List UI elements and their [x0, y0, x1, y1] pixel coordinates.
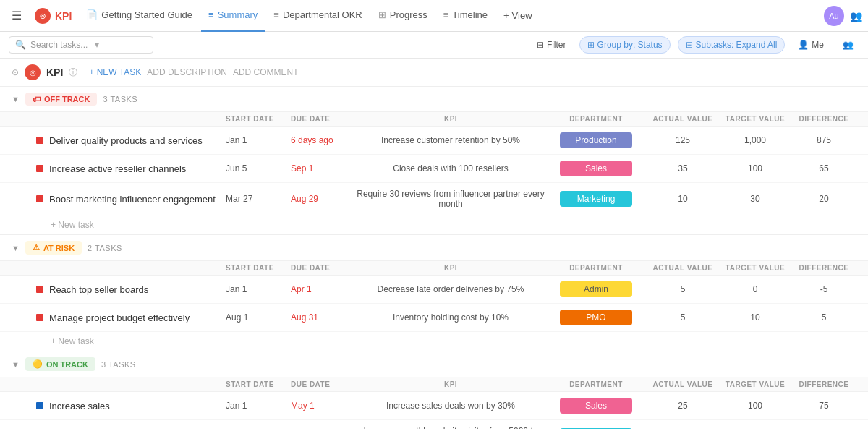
task-name-cell: Boost marketing influencer engagement [36, 194, 226, 205]
task-name-cell: Deliver quality products and services [36, 135, 226, 146]
main-content: ▼ 🏷 OFF TRACK 3 TASKS START DATE DUE DAT… [0, 87, 868, 429]
hamburger-icon[interactable]: ☰ [6, 6, 27, 25]
actual-value: 35 [647, 163, 719, 174]
table-row[interactable]: Deliver quality products and services Ja… [0, 127, 868, 155]
table-row[interactable]: Create new campaign identity Aug 1 Sep 1… [0, 420, 868, 429]
logo-text: KPI [55, 10, 72, 22]
users-icon: 👥 [843, 40, 854, 50]
dept-badge: Marketing [560, 191, 632, 207]
kpi-info-icon[interactable]: ⓘ [69, 67, 77, 79]
kpi-value: Close deals with 100 resellers [356, 163, 545, 174]
user-avatar[interactable]: Au [824, 6, 844, 26]
start-date: Mar 27 [226, 194, 291, 204]
users-icon[interactable]: 👥 [850, 10, 862, 22]
table-header-off-track: START DATE DUE DATE KPI DEPARTMENT ACTUA… [0, 111, 868, 127]
subtasks-button[interactable]: ⊟ Subtasks: Expand All [678, 36, 786, 54]
table-row[interactable]: Increase active reseller channels Jun 5 … [0, 155, 868, 183]
dept-badge: Marketing [560, 428, 632, 429]
diff-value: 65 [791, 163, 856, 174]
new-task-at-risk[interactable]: + New task [0, 332, 868, 351]
dept-badge: PMO [560, 310, 632, 325]
group-icon: ⊞ [587, 40, 595, 50]
task-name-cell: Manage project budget effectively [36, 312, 226, 323]
due-date: Sep 1 [291, 163, 356, 174]
add-comment-action[interactable]: ADD COMMENT [233, 67, 299, 77]
dept-badge: Sales [560, 398, 632, 414]
kpi-target-icon: ◎ [25, 64, 41, 80]
logo-icon: ◎ [35, 8, 51, 24]
task-name-cell: Increase active reseller channels [36, 163, 226, 174]
group-by-button[interactable]: ⊞ Group by: Status [579, 36, 671, 54]
dept-badge: Admin [560, 281, 632, 297]
section-off-track-header[interactable]: ▼ 🏷 OFF TRACK 3 TASKS [0, 87, 868, 111]
section-on-track: ▼ 🟡 ON TRACK 3 TASKS START DATE DUE DATE… [0, 351, 868, 429]
col-target: TARGET VALUE [719, 115, 791, 123]
toolbar-right: ⊟ Filter ⊞ Group by: Status ⊟ Subtasks: … [531, 36, 859, 54]
start-date: Jun 5 [226, 163, 291, 174]
col-task [36, 115, 226, 123]
diff-value: 875 [791, 135, 856, 145]
col-kpi: KPI [356, 115, 545, 123]
off-track-count: 3 TASKS [103, 95, 137, 103]
col-department: DEPARTMENT [545, 115, 647, 123]
dept-cell: Sales [545, 398, 647, 414]
kpi-collapse-btn[interactable]: ⊙ [12, 67, 19, 77]
col-start-date: START DATE [226, 115, 291, 123]
task-bullet [36, 137, 43, 144]
search-icon: 🔍 [15, 40, 26, 50]
section-off-track: ▼ 🏷 OFF TRACK 3 TASKS START DATE DUE DAT… [0, 87, 868, 235]
dept-cell: Marketing [545, 428, 647, 429]
on-track-icon: 🟡 [33, 359, 43, 369]
off-track-icon: 🏷 [33, 95, 41, 103]
table-header-on-track: START DATE DUE DATE KPI DEPARTMENT ACTUA… [0, 377, 868, 392]
add-description-action[interactable]: ADD DESCRIPTION [147, 67, 227, 77]
tab-departmental-okr[interactable]: ≡ Departmental OKR [266, 0, 369, 32]
actual-value: 125 [647, 135, 719, 145]
tab-summary[interactable]: ≡ Summary [201, 0, 265, 32]
search-input[interactable]: 🔍 Search tasks... ▾ [9, 36, 153, 54]
section-on-track-header[interactable]: ▼ 🟡 ON TRACK 3 TASKS [0, 351, 868, 377]
filter-button[interactable]: ⊟ Filter [531, 37, 572, 53]
dropdown-icon: ▾ [95, 40, 99, 50]
add-view-button[interactable]: + View [496, 10, 540, 21]
at-risk-icon: ⚠ [33, 243, 40, 252]
toolbar: 🔍 Search tasks... ▾ ⊟ Filter ⊞ Group by:… [0, 32, 868, 59]
tab-progress[interactable]: ⊞ Progress [371, 0, 435, 32]
tab-getting-started[interactable]: 📄 Getting Started Guide [79, 0, 200, 32]
section-at-risk-header[interactable]: ▼ ⚠ AT RISK 2 TASKS [0, 235, 868, 260]
users-button[interactable]: 👥 [837, 37, 859, 53]
task-name-cell: Increase sales [36, 401, 226, 411]
dept-cell: PMO [545, 310, 647, 325]
task-bullet [36, 314, 43, 321]
start-date: Jan 1 [226, 135, 291, 145]
col-actual: ACTUAL VALUE [647, 115, 719, 123]
table-row[interactable]: Manage project budget effectively Aug 1 … [0, 304, 868, 332]
target-value: 30 [719, 194, 791, 204]
task-name-cell: Reach top seller boards [36, 284, 226, 295]
off-track-badge: 🏷 OFF TRACK [25, 93, 98, 106]
due-date: 6 days ago [291, 135, 356, 145]
new-task-action[interactable]: + NEW TASK [89, 67, 141, 77]
filter-icon: ⊟ [537, 40, 544, 50]
top-nav: ☰ ◎ KPI 📄 Getting Started Guide ≡ Summar… [0, 0, 868, 32]
task-bullet [36, 286, 43, 293]
actual-value: 10 [647, 194, 719, 204]
kpi-section-header: ⊙ ◎ KPI ⓘ + NEW TASK ADD DESCRIPTION ADD… [0, 59, 868, 87]
tab-timeline[interactable]: ≡ Timeline [436, 0, 495, 32]
chevron-down-icon: ▼ [12, 360, 20, 369]
due-date: Aug 29 [291, 194, 356, 204]
col-diff: DIFFERENCE [791, 115, 856, 123]
task-bullet [36, 195, 43, 202]
section-at-risk: ▼ ⚠ AT RISK 2 TASKS START DATE DUE DATE … [0, 235, 868, 351]
kpi-value: Increase customer retention by 50% [356, 135, 545, 145]
table-row[interactable]: Increase sales Jan 1 May 1 Increase sale… [0, 392, 868, 420]
me-button[interactable]: 👤 Me [792, 37, 830, 53]
table-row[interactable]: Boost marketing influencer engagement Ma… [0, 183, 868, 216]
logo: ◎ KPI [29, 8, 77, 24]
dept-cell: Sales [545, 161, 647, 176]
new-task-off-track[interactable]: + New task [0, 216, 868, 234]
table-row[interactable]: Reach top seller boards Jan 1 Apr 1 Decr… [0, 276, 868, 304]
dept-badge: Sales [560, 161, 632, 176]
dept-cell: Admin [545, 281, 647, 297]
kpi-value: Require 30 reviews from influencer partn… [356, 189, 545, 209]
